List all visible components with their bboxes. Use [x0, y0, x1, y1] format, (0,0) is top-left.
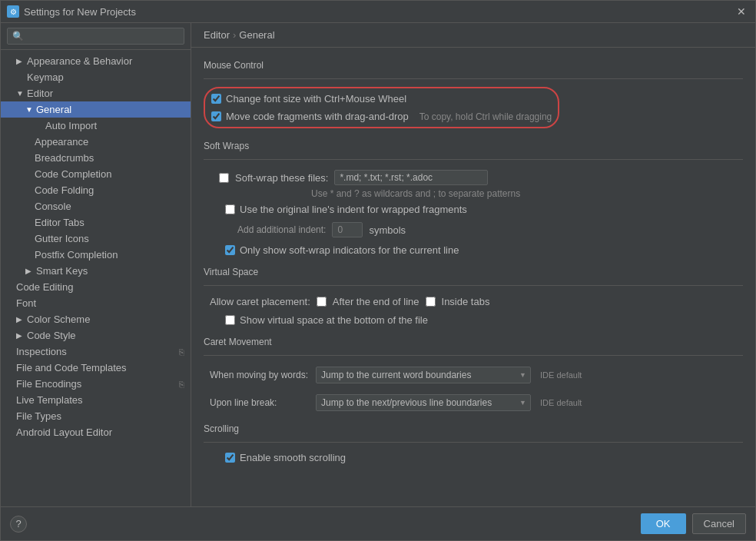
when-moving-label: When moving by words:: [210, 370, 310, 380]
soft-wrap-files-input[interactable]: [334, 170, 488, 185]
copy-icon: ⎘: [179, 380, 184, 389]
main-panel: Editor › General Mouse Control Change fo…: [191, 23, 755, 506]
sidebar-item-label: Console: [35, 201, 71, 212]
sidebar-item-inspections[interactable]: Inspections ⎘: [1, 344, 191, 360]
sidebar-item-font[interactable]: Font: [1, 295, 191, 311]
move-code-drag-checkbox[interactable]: [211, 111, 221, 121]
help-button[interactable]: ?: [10, 516, 27, 533]
sidebar-item-color-scheme[interactable]: ▶ Color Scheme: [1, 311, 191, 327]
sidebar-item-general[interactable]: ▼ General: [1, 101, 191, 118]
move-code-drag-label: Move code fragments with drag-and-drop: [226, 111, 409, 122]
sidebar-item-breadcrumbs[interactable]: Breadcrumbs: [1, 150, 191, 166]
cancel-button[interactable]: Cancel: [692, 513, 746, 534]
nav-tree: ▶ Appearance & Behavior Keymap ▼ Editor …: [1, 50, 191, 506]
scrolling-title: Scrolling: [204, 423, 743, 434]
additional-indent-suffix: symbols: [369, 224, 406, 236]
sidebar-item-smart-keys[interactable]: ▶ Smart Keys: [1, 263, 191, 279]
sidebar-item-appearance[interactable]: Appearance: [1, 134, 191, 150]
sidebar-item-label: Keymap: [27, 71, 64, 83]
sidebar-item-code-editing[interactable]: Code Editing: [1, 279, 191, 295]
inside-tabs-label: Inside tabs: [442, 296, 490, 307]
sidebar-item-editor[interactable]: ▼ Editor: [1, 85, 191, 101]
sidebar-item-console[interactable]: Console: [1, 198, 191, 214]
footer: ? OK Cancel: [1, 506, 755, 540]
arrow-icon: ▶: [16, 315, 25, 324]
show-virtual-checkbox[interactable]: [225, 315, 235, 325]
after-end-line-label: After the end of line: [333, 296, 419, 307]
font-size-ctrl-wheel-checkbox[interactable]: [211, 94, 221, 104]
sidebar-item-code-folding[interactable]: Code Folding: [1, 182, 191, 198]
enable-smooth-row: Enable smooth scrolling: [204, 450, 743, 465]
soft-wrap-files-checkbox[interactable]: [219, 173, 229, 183]
sidebar-item-android-layout[interactable]: Android Layout Editor: [1, 424, 191, 440]
sidebar-item-label: Smart Keys: [36, 265, 88, 277]
breadcrumb: Editor › General: [191, 23, 755, 48]
additional-indent-input[interactable]: [332, 222, 363, 237]
sidebar-item-label: Code Style: [27, 330, 76, 341]
sidebar-item-label: Breadcrumbs: [35, 152, 94, 164]
main-content: ▶ Appearance & Behavior Keymap ▼ Editor …: [1, 23, 755, 506]
app-icon: ⚙: [7, 5, 19, 18]
original-indent-checkbox[interactable]: [225, 204, 235, 214]
sidebar-item-auto-import[interactable]: Auto Import: [1, 118, 191, 134]
sidebar-item-appearance-behavior[interactable]: ▶ Appearance & Behavior: [1, 53, 191, 69]
sidebar-item-label: Postfix Completion: [35, 249, 118, 261]
divider: [204, 285, 743, 286]
after-end-line-checkbox[interactable]: [317, 297, 327, 307]
sidebar-item-label: Code Editing: [16, 281, 73, 293]
upon-line-break-dropdown-wrapper: Jump to the next/previous line boundarie…: [316, 394, 531, 411]
sidebar-item-editor-tabs[interactable]: Editor Tabs: [1, 214, 191, 231]
original-indent-row: Use the original line's indent for wrapp…: [204, 202, 743, 217]
mouse-control-title: Mouse Control: [204, 60, 743, 71]
upon-line-break-dropdown[interactable]: Jump to the next/previous line boundarie…: [316, 394, 531, 411]
arrow-icon: ▶: [25, 267, 35, 275]
sidebar-item-gutter-icons[interactable]: Gutter Icons: [1, 231, 191, 247]
soft-wraps-title: Soft Wraps: [204, 141, 743, 151]
sidebar-item-live-templates[interactable]: Live Templates: [1, 392, 191, 408]
sidebar-item-label: File Encodings: [16, 378, 81, 390]
sidebar-item-code-style[interactable]: ▶ Code Style: [1, 327, 191, 344]
sidebar-item-postfix-completion[interactable]: Postfix Completion: [1, 247, 191, 263]
when-moving-dropdown-wrapper: Jump to the current word boundaries: [316, 367, 531, 383]
sidebar-item-label: General: [36, 104, 71, 115]
virtual-space-title: Virtual Space: [204, 267, 743, 277]
sidebar-item-label: Color Scheme: [27, 314, 90, 325]
soft-wrap-indicators-checkbox[interactable]: [225, 245, 235, 255]
title-bar: ⚙ Settings for New Projects ✕: [1, 1, 755, 23]
divider: [204, 159, 743, 160]
allow-caret-label: Allow caret placement:: [210, 296, 310, 307]
arrow-icon: ▶: [16, 57, 25, 65]
show-virtual-label: Show virtual space at the bottom of the …: [240, 314, 428, 326]
inside-tabs-checkbox[interactable]: [426, 297, 436, 307]
sidebar-item-label: Inspections: [16, 346, 67, 357]
upon-line-break-ide-default: IDE default: [540, 398, 582, 407]
enable-smooth-checkbox[interactable]: [225, 453, 235, 463]
search-box: [1, 23, 191, 50]
move-code-drag-row: Move code fragments with drag-and-drop T…: [211, 109, 552, 124]
highlight-box: Change font size with Ctrl+Mouse Wheel M…: [204, 87, 559, 128]
sidebar-item-code-completion[interactable]: Code Completion: [1, 166, 191, 182]
sidebar-item-file-encodings[interactable]: File Encodings ⎘: [1, 376, 191, 392]
additional-indent-label: Add additional indent:: [237, 224, 326, 235]
sidebar-item-label: File and Code Templates: [16, 362, 127, 373]
enable-smooth-label: Enable smooth scrolling: [240, 452, 346, 463]
sidebar-item-label: Auto Import: [45, 120, 97, 131]
sidebar-item-label: File Types: [16, 410, 61, 422]
when-moving-dropdown[interactable]: Jump to the current word boundaries: [316, 367, 531, 383]
ok-button[interactable]: OK: [641, 513, 686, 534]
divider: [204, 442, 743, 443]
breadcrumb-general: General: [239, 29, 274, 41]
sidebar-item-file-code-templates[interactable]: File and Code Templates: [1, 360, 191, 376]
search-input[interactable]: [7, 28, 184, 45]
footer-left: ?: [10, 516, 27, 533]
soft-wrap-files-row: Soft-wrap these files:: [204, 168, 743, 188]
close-button[interactable]: ✕: [734, 5, 749, 18]
show-virtual-row: Show virtual space at the bottom of the …: [204, 313, 743, 327]
sidebar-item-file-types[interactable]: File Types: [1, 408, 191, 424]
soft-wrap-indicators-label: Only show soft-wrap indicators for the c…: [240, 244, 459, 256]
caret-movement-title: Caret Movement: [204, 337, 743, 347]
additional-indent-row: Add additional indent: symbols: [204, 220, 743, 240]
move-code-drag-hint: To copy, hold Ctrl while dragging: [419, 111, 552, 122]
sidebar-item-keymap[interactable]: Keymap: [1, 69, 191, 85]
window-title: Settings for New Projects: [24, 6, 136, 18]
